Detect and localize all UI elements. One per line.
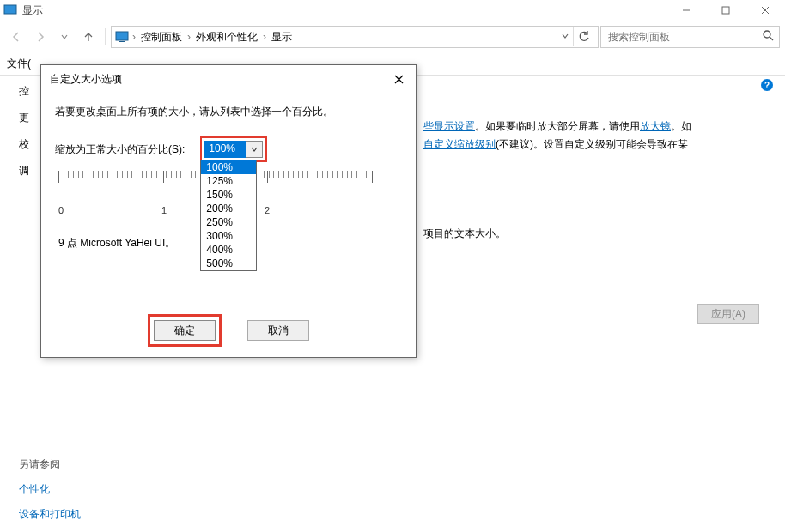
sidebar-item[interactable]: 校 [19,137,39,152]
dialog-body: 若要更改桌面上所有项的大小，请从列表中选择一个百分比。 缩放为正常大小的百分比(… [41,91,416,259]
back-button[interactable] [5,26,27,48]
see-also-devices-printers[interactable]: 设备和打印机 [19,507,81,522]
option-300[interactable]: 300% [201,229,256,243]
help-icon[interactable]: ? [761,79,773,91]
chevron-right-icon: › [187,31,191,43]
ok-highlight: 确定 [148,314,222,347]
chevron-down-icon[interactable] [561,31,569,43]
minimize-button[interactable] [666,0,706,21]
chevron-right-icon: › [132,31,136,43]
content-line-2: 自定义缩放级别(不建议)。设置自定义级别可能会导致在某 [423,136,761,153]
forward-button[interactable] [29,26,52,48]
window-title: 显示 [22,3,43,18]
option-150[interactable]: 150% [201,188,256,202]
custom-scale-link[interactable]: 自定义缩放级别 [423,138,496,150]
option-100[interactable]: 100% [201,160,256,174]
search-input-field[interactable] [606,30,774,44]
magnifier-link[interactable]: 放大镜 [640,120,671,132]
search-input[interactable] [600,26,780,48]
option-250[interactable]: 250% [201,215,256,229]
recent-locations-button[interactable] [53,26,76,48]
svg-rect-1 [8,15,13,15]
ruler-tick-major [372,171,373,183]
combo-highlight: 100% 100% 125% 150% 200% 250% 300% [200,136,267,162]
ruler-tick-major [58,171,59,183]
dialog-description: 若要更改桌面上所有项的大小，请从列表中选择一个百分比。 [55,100,402,136]
ruler-label: 0 [58,205,64,215]
option-200[interactable]: 200% [201,202,256,215]
sidebar-item[interactable]: 更 [19,111,39,125]
dialog-buttons: 确定 取消 [41,314,416,347]
monitor-icon [115,30,129,44]
display-settings-link[interactable]: 些显示设置 [423,120,475,132]
text-size-label: 项目的文本大小。 [423,227,761,241]
scale-percent-dropdown[interactable]: 100% 125% 150% 200% 250% 300% 400% 500% [200,160,257,271]
option-500[interactable]: 500% [201,257,256,270]
custom-size-dialog: 自定义大小选项 若要更改桌面上所有项的大小，请从列表中选择一个百分比。 缩放为正… [40,64,417,358]
svg-rect-7 [119,41,125,42]
see-also-heading: 另请参阅 [19,457,81,472]
titlebar: 显示 [0,0,785,21]
scale-percent-label: 缩放为正常大小的百分比(S): [55,142,185,157]
menu-file[interactable]: 文件( [7,57,31,70]
chevron-right-icon: › [263,31,266,43]
breadcrumb[interactable]: › 控制面板 › 外观和个性化 › 显示 [111,26,599,48]
dialog-titlebar: 自定义大小选项 [41,65,416,91]
cancel-button[interactable]: 取消 [247,320,309,341]
svg-rect-3 [722,7,729,14]
search-icon [763,30,774,44]
navbar: › 控制面板 › 外观和个性化 › 显示 [0,21,785,53]
ruler-tick-major [163,171,164,183]
ruler-label: 1 [161,205,167,215]
see-also-personalization[interactable]: 个性化 [19,482,81,497]
dialog-title: 自定义大小选项 [50,72,388,87]
svg-rect-0 [4,5,16,14]
up-button[interactable] [77,26,100,48]
svg-rect-6 [116,32,128,40]
refresh-button[interactable] [573,27,594,46]
close-window-button[interactable] [745,0,785,21]
option-400[interactable]: 400% [201,243,256,257]
chevron-down-icon[interactable] [246,141,263,158]
breadcrumb-item[interactable]: 显示 [270,30,294,45]
see-also: 另请参阅 个性化 设备和打印机 [19,457,81,522]
dialog-close-button[interactable] [388,70,409,88]
sidebar-item[interactable]: 调 [19,164,39,178]
ruler-tick-major [267,171,268,183]
app-icon [3,3,17,17]
breadcrumb-item[interactable]: 外观和个性化 [194,30,259,45]
breadcrumb-item[interactable]: 控制面板 [139,30,184,45]
scale-percent-combo[interactable]: 100% [204,141,263,158]
sidebar-item[interactable]: 控 [19,84,39,99]
svg-line-9 [770,37,773,40]
maximize-button[interactable] [706,0,745,21]
apply-button[interactable]: 应用(A) [697,304,759,324]
ok-button[interactable]: 确定 [154,320,216,341]
ruler-label: 2 [265,205,270,215]
scale-percent-value: 100% [204,141,246,158]
content-line-1: 些显示设置。如果要临时放大部分屏幕，请使用放大镜。如 [423,118,761,135]
option-125[interactable]: 125% [201,174,256,188]
svg-point-8 [764,31,770,38]
